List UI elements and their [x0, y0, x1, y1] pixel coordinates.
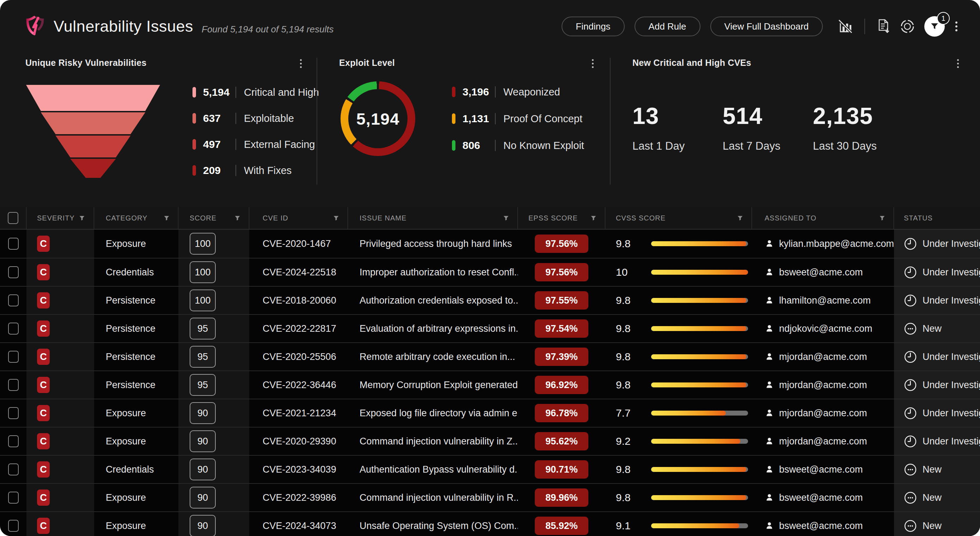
cvss-score-bar	[651, 523, 748, 528]
column-label: ASSIGNED TO	[765, 214, 816, 222]
row-checkbox[interactable]	[8, 294, 19, 306]
row-checkbox[interactable]	[8, 379, 19, 391]
person-icon	[765, 296, 774, 305]
status-cell: Under Investigation	[923, 238, 980, 249]
filter-funnel-icon[interactable]	[590, 215, 597, 221]
column-header-score[interactable]: SCORE	[178, 207, 249, 229]
funnel-chart	[26, 85, 160, 178]
cvss-score-bar	[651, 298, 748, 303]
score-box: 100	[190, 290, 216, 311]
chart-disabled-icon[interactable]	[838, 19, 853, 34]
filter-funnel-icon[interactable]	[879, 215, 885, 221]
table-header-row: SEVERITY CATEGORY SCORE CVE ID ISSUE NAM…	[0, 207, 980, 230]
filter-funnel-icon[interactable]	[737, 215, 743, 221]
stat-last-7-days: 514 Last 7 Days	[723, 103, 813, 152]
filter-funnel-icon[interactable]	[503, 215, 509, 221]
table-row[interactable]: C Exposure 90 CVE-2022-39986 Command inj…	[0, 483, 980, 511]
cvss-score-value: 9.8	[616, 379, 638, 391]
cvss-score-bar	[651, 382, 748, 387]
filter-funnel-icon[interactable]	[79, 215, 85, 221]
table-row[interactable]: C Credentials 90 CVE-2023-34039 Authenti…	[0, 455, 980, 483]
table-row[interactable]: C Exposure 90 CVE-2020-29390 Command inj…	[0, 427, 980, 455]
legend-item: 5,194Critical and High	[192, 86, 319, 98]
row-checkbox[interactable]	[8, 323, 19, 335]
row-checkbox[interactable]	[8, 407, 19, 419]
column-header-issue-name[interactable]: ISSUE NAME	[348, 207, 518, 229]
cve-id-cell: CVE-2022-39986	[262, 492, 336, 503]
panel-kebab-menu-icon[interactable]	[956, 58, 960, 70]
row-checkbox[interactable]	[8, 492, 19, 504]
results-count-subtitle: Found 5,194 out of 5,194 results	[202, 24, 334, 35]
under-investigation-clock-icon	[904, 266, 917, 279]
legend-label: Weaponized	[503, 86, 560, 98]
table-row[interactable]: C Exposure 90 CVE-2021-21234 Exposed log…	[0, 399, 980, 427]
legend-label: External Facing	[244, 139, 315, 151]
row-checkbox[interactable]	[8, 238, 19, 250]
user-avatar[interactable]: 1	[924, 16, 945, 36]
panel-title: Exploit Level	[339, 58, 395, 68]
row-checkbox[interactable]	[8, 266, 19, 278]
column-header-cvss-score[interactable]: CVSS SCORE	[605, 207, 752, 229]
legend-item: 497External Facing	[192, 138, 319, 151]
cvss-score-value: 9.8	[616, 492, 638, 504]
column-header-epss-score[interactable]: EPSS SCORE	[518, 207, 605, 229]
table-row[interactable]: C Exposure 90 CVE-2024-34073 Unsafe Oper…	[0, 511, 980, 536]
column-header-cve-id[interactable]: CVE ID	[249, 207, 348, 229]
column-label: CATEGORY	[106, 214, 147, 222]
severity-badge: C	[37, 433, 50, 449]
donut-legend: 3,196Weaponized1,131Proof Of Concept806N…	[452, 86, 584, 151]
column-header-category[interactable]: CATEGORY	[94, 207, 178, 229]
epss-score-badge: 97.55%	[535, 291, 589, 309]
table-row[interactable]: C Persistence 95 CVE-2022-36446 Memory C…	[0, 371, 980, 399]
category-cell: Persistence	[106, 323, 156, 334]
row-checkbox[interactable]	[8, 351, 19, 363]
legend-label: No Known Exploit	[503, 140, 584, 151]
cvss-score-bar-fill	[651, 354, 746, 359]
filter-funnel-icon[interactable]	[333, 215, 339, 221]
unique-risky-vulnerabilities-panel: Unique Risky Vulnerabilities 5,194Critic…	[25, 53, 317, 197]
assigned-to-cell: mjordan@acme.com	[779, 408, 867, 419]
findings-button[interactable]: Findings	[562, 17, 624, 36]
add-rule-button[interactable]: Add Rule	[635, 17, 700, 36]
view-full-dashboard-button[interactable]: View Full Dashboard	[710, 17, 823, 36]
exploit-level-panel: Exploit Level 5,194 3,196Weaponized1,131…	[317, 53, 610, 197]
filter-funnel-icon[interactable]	[234, 215, 240, 221]
header-kebab-menu-icon[interactable]	[954, 20, 959, 33]
cvss-score-bar	[651, 354, 748, 359]
row-checkbox[interactable]	[8, 463, 19, 476]
select-all-checkbox[interactable]	[8, 212, 18, 224]
cvss-score-value: 9.1	[616, 520, 638, 532]
row-checkbox[interactable]	[8, 520, 19, 532]
legend-separator	[235, 87, 236, 98]
cve-id-cell: CVE-2022-22817	[262, 323, 336, 334]
new-critical-high-cves-panel: New Critical and High CVEs 13 Last 1 Day…	[611, 53, 980, 197]
scan-icon[interactable]	[900, 19, 915, 34]
category-cell: Exposure	[106, 408, 146, 419]
cvss-score-value: 9.8	[616, 351, 638, 363]
table-row[interactable]: C Persistence 100 CVE-2018-20060 Authori…	[0, 286, 980, 314]
panel-kebab-menu-icon[interactable]	[590, 58, 595, 70]
cvss-score-bar-fill	[651, 241, 746, 246]
assigned-to-cell: bsweet@acme.com	[779, 520, 863, 531]
column-label: STATUS	[904, 214, 933, 222]
export-report-icon[interactable]	[877, 19, 891, 34]
column-label: EPSS SCORE	[528, 214, 578, 222]
status-cell: New	[923, 492, 942, 503]
column-header-assigned-to[interactable]: ASSIGNED TO	[752, 207, 894, 229]
panel-kebab-menu-icon[interactable]	[299, 58, 303, 70]
cve-id-cell: CVE-2023-34039	[262, 464, 336, 475]
issue-name-cell: Exposed log file directory via admin e..…	[360, 408, 518, 419]
person-icon	[765, 324, 774, 333]
column-header-status[interactable]: STATUS	[894, 207, 980, 229]
table-row[interactable]: C Credentials 100 CVE-2024-22518 Imprope…	[0, 258, 980, 286]
table-row[interactable]: C Persistence 95 CVE-2020-25506 Remote a…	[0, 342, 980, 371]
assigned-to-cell: mjordan@acme.com	[779, 352, 867, 362]
stat-label: Last 30 Days	[813, 140, 903, 152]
row-checkbox[interactable]	[8, 435, 19, 447]
table-row[interactable]: C Exposure 100 CVE-2020-1467 Privileged …	[0, 230, 980, 258]
table-row[interactable]: C Persistence 95 CVE-2022-22817 Evaluati…	[0, 314, 980, 342]
cve-id-cell: CVE-2024-34073	[262, 520, 336, 531]
filter-funnel-icon[interactable]	[164, 215, 170, 221]
column-header-severity[interactable]: SEVERITY	[26, 207, 94, 229]
under-investigation-clock-icon	[904, 294, 917, 307]
